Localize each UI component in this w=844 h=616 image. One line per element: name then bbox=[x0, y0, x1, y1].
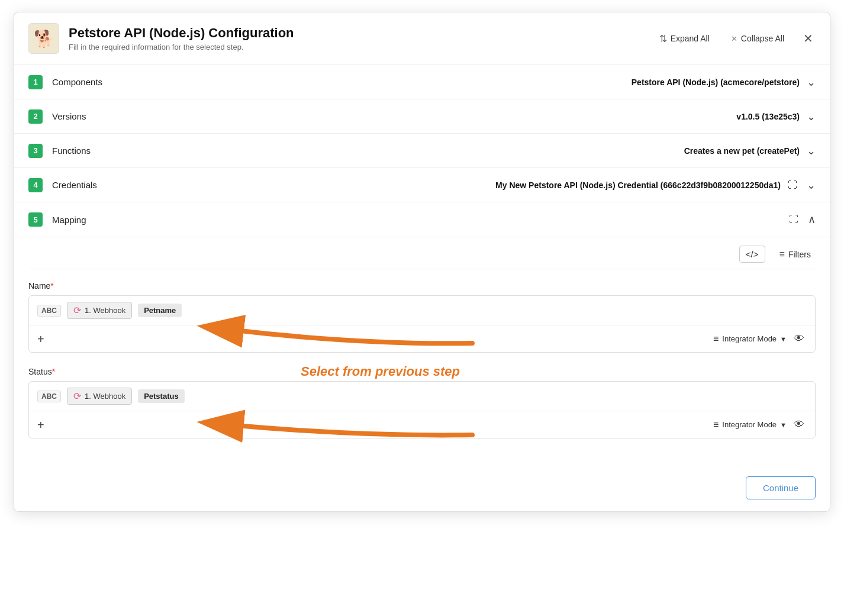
eye-icon-status: 👁 bbox=[794, 418, 804, 430]
webhook-tag-status[interactable]: ⟳ 1. Webhook bbox=[67, 388, 132, 405]
mapping-section: </> ≡ Filters Name* ABC ⟳ 1. Web bbox=[14, 237, 830, 467]
header-actions: ⇅ Expand All ✕ Collapse All ✕ bbox=[655, 29, 816, 48]
step-value-credentials: My New Petstore API (Node.js) Credential… bbox=[495, 180, 781, 190]
filters-icon: ≡ bbox=[779, 249, 785, 260]
step-icons-3: ⌄ bbox=[807, 144, 816, 157]
add-button-name[interactable]: + bbox=[37, 333, 44, 345]
webhook-label-name: 1. Webhook bbox=[85, 306, 125, 315]
chevron-down-icon-4: ⌄ bbox=[807, 179, 816, 192]
annotation-label: Select from previous step bbox=[301, 364, 460, 379]
step-label-mapping: Mapping bbox=[52, 215, 782, 225]
required-marker-name: * bbox=[50, 281, 53, 291]
step-number-4: 4 bbox=[28, 178, 43, 192]
tag-abc-status: ABC bbox=[37, 391, 61, 402]
close-button[interactable]: ✕ bbox=[801, 29, 816, 48]
integrator-mode-icon-status: ≡ bbox=[713, 420, 719, 430]
step-row-functions[interactable]: 3 Functions Creates a new pet (createPet… bbox=[14, 134, 830, 168]
webhook-label-status: 1. Webhook bbox=[85, 392, 125, 401]
add-button-status[interactable]: + bbox=[37, 419, 44, 431]
field-label-name: Name* bbox=[28, 281, 816, 291]
mapping-row-status: ABC ⟳ 1. Webhook Petstatus + ≡ Integrato… bbox=[28, 381, 816, 438]
chevron-down-icon: ⌄ bbox=[807, 76, 816, 89]
step-value-functions: Creates a new pet (createPet) bbox=[684, 146, 800, 156]
footer-row: Continue bbox=[14, 467, 830, 511]
code-icon: </> bbox=[746, 249, 759, 259]
step-number-3: 3 bbox=[28, 144, 43, 158]
mapping-row-status-inner: ABC ⟳ 1. Webhook Petstatus bbox=[29, 382, 815, 411]
collapse-all-button[interactable]: ✕ Collapse All bbox=[726, 31, 789, 46]
eye-icon-name: 👁 bbox=[794, 333, 804, 344]
step-value-components: Petstore API (Node.js) (acmecore/petstor… bbox=[632, 78, 800, 87]
step-row-mapping[interactable]: 5 Mapping ⛶ ∧ bbox=[14, 202, 830, 237]
avatar: 🐕 bbox=[28, 23, 59, 54]
continue-button[interactable]: Continue bbox=[746, 476, 816, 499]
step-label-functions: Functions bbox=[52, 146, 684, 156]
step-label-components: Components bbox=[52, 77, 632, 87]
mapping-row-name-inner: ABC ⟳ 1. Webhook Petname bbox=[29, 296, 815, 325]
required-marker-status: * bbox=[52, 367, 55, 376]
modal-container: 🐕 Petstore API (Node.js) Configuration F… bbox=[14, 12, 830, 512]
fullscreen-icon-5[interactable]: ⛶ bbox=[789, 214, 798, 225]
chevron-up-icon: ∧ bbox=[808, 213, 816, 226]
chevron-down-icon-3: ⌄ bbox=[807, 144, 816, 157]
integrator-mode-button-name[interactable]: ≡ Integrator Mode ▼ bbox=[708, 331, 791, 347]
field-pill-petname: Petname bbox=[138, 304, 182, 317]
page-title: Petstore API (Node.js) Configuration bbox=[69, 25, 645, 41]
annotation-area: Name* ABC ⟳ 1. Webhook Petname + bbox=[28, 281, 816, 438]
expand-all-button[interactable]: ⇅ Expand All bbox=[655, 31, 714, 47]
field-group-name: Name* ABC ⟳ 1. Webhook Petname + bbox=[28, 281, 816, 353]
step-number-2: 2 bbox=[28, 109, 43, 124]
page-subtitle: Fill in the required information for the… bbox=[69, 43, 645, 51]
mapping-toolbar: </> ≡ Filters bbox=[28, 237, 816, 269]
mapping-actions-status: + ≡ Integrator Mode ▼ 👁 bbox=[29, 411, 815, 438]
webhook-icon-status: ⟳ bbox=[73, 391, 81, 402]
preview-button-status[interactable]: 👁 bbox=[791, 416, 807, 433]
integrator-mode-icon-name: ≡ bbox=[713, 334, 719, 344]
step-value-versions: v1.0.5 (13e25c3) bbox=[736, 112, 800, 121]
collapse-icon: ✕ bbox=[731, 34, 737, 43]
steps-section: 1 Components Petstore API (Node.js) (acm… bbox=[14, 65, 830, 237]
step-icons-2: ⌄ bbox=[807, 110, 816, 123]
integrator-mode-button-status[interactable]: ≡ Integrator Mode ▼ bbox=[708, 417, 791, 433]
fullscreen-icon-4[interactable]: ⛶ bbox=[788, 180, 797, 191]
step-label-versions: Versions bbox=[52, 111, 736, 121]
filters-button[interactable]: ≡ Filters bbox=[775, 246, 816, 263]
step-row-components[interactable]: 1 Components Petstore API (Node.js) (acm… bbox=[14, 65, 830, 99]
step-icons-4: ⛶ ⌄ bbox=[788, 179, 816, 192]
step-label-credentials: Credentials bbox=[52, 180, 495, 190]
chevron-down-icon-2: ⌄ bbox=[807, 110, 816, 123]
step-icons-5: ⛶ ∧ bbox=[789, 213, 816, 226]
webhook-tag-name[interactable]: ⟳ 1. Webhook bbox=[67, 302, 132, 319]
code-view-button[interactable]: </> bbox=[739, 246, 765, 263]
field-pill-petstatus: Petstatus bbox=[138, 389, 185, 403]
step-icons-1: ⌄ bbox=[807, 76, 816, 89]
header-text: Petstore API (Node.js) Configuration Fil… bbox=[69, 25, 645, 51]
step-row-credentials[interactable]: 4 Credentials My New Petstore API (Node.… bbox=[14, 168, 830, 202]
dropdown-arrow-status: ▼ bbox=[780, 421, 787, 428]
step-row-versions[interactable]: 2 Versions v1.0.5 (13e25c3) ⌄ bbox=[14, 99, 830, 134]
tag-abc-name: ABC bbox=[37, 305, 61, 317]
modal-header: 🐕 Petstore API (Node.js) Configuration F… bbox=[14, 12, 830, 65]
step-number-5: 5 bbox=[28, 212, 43, 227]
preview-button-name[interactable]: 👁 bbox=[791, 330, 807, 347]
mapping-actions-name: + ≡ Integrator Mode ▼ 👁 bbox=[29, 325, 815, 352]
webhook-icon-name: ⟳ bbox=[73, 305, 81, 316]
dropdown-arrow-name: ▼ bbox=[780, 336, 787, 343]
mapping-row-name: ABC ⟳ 1. Webhook Petname + ≡ Integrator … bbox=[28, 295, 816, 353]
step-number-1: 1 bbox=[28, 75, 43, 89]
expand-icon: ⇅ bbox=[659, 33, 667, 44]
